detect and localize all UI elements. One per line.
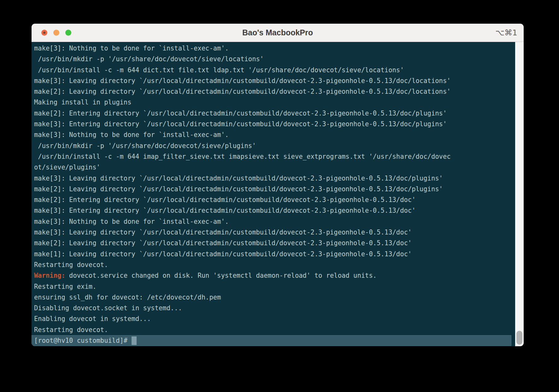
text-cursor <box>132 336 137 345</box>
terminal-line: Restarting dovecot. <box>32 324 515 335</box>
terminal-line: make[2]: Entering directory `/usr/local/… <box>32 108 515 119</box>
prompt-line[interactable]: [root@hv10 custombuild]# <box>32 335 511 346</box>
traffic-lights <box>41 24 71 42</box>
warning-label: Warning: <box>34 272 65 279</box>
terminal-line: /usr/bin/install -c -m 644 dict.txt file… <box>32 65 515 75</box>
terminal-line: make[3]: Leaving directory `/usr/local/d… <box>32 75 515 86</box>
close-button[interactable] <box>41 30 47 36</box>
terminal-line: Warning: dovecot.service changed on disk… <box>32 270 515 281</box>
terminal-line: make[3]: Entering directory `/usr/local/… <box>32 205 515 216</box>
terminal-line: make[2]: Leaving directory `/usr/local/d… <box>32 238 515 248</box>
terminal-line: Making install in plugins <box>32 97 515 108</box>
terminal-line: Restarting exim. <box>32 281 515 292</box>
terminal-line: make[3]: Leaving directory `/usr/local/d… <box>32 173 515 184</box>
scrollbar[interactable] <box>515 42 524 346</box>
terminal-line: Restarting dovecot. <box>32 259 515 270</box>
terminal-screen[interactable]: make[3]: Nothing to be done for `install… <box>32 42 515 346</box>
terminal-output: make[3]: Nothing to be done for `install… <box>32 43 515 335</box>
terminal-line: make[2]: Leaving directory `/usr/local/d… <box>32 86 515 97</box>
scrollbar-thumb[interactable] <box>516 331 522 345</box>
terminal-line: Enabling dovecot in systemd... <box>32 313 515 324</box>
terminal-line: make[3]: Leaving directory `/usr/local/d… <box>32 227 515 238</box>
terminal-line: ensuring ssl_dh for dovecot: /etc/doveco… <box>32 292 515 303</box>
terminal-line: /usr/bin/install -c -m 644 imap_filter_s… <box>32 151 515 162</box>
terminal-window: Bao's MacbookPro ⌥⌘1 make[3]: Nothing to… <box>32 24 524 346</box>
terminal-line: make[2]: Entering directory `/usr/local/… <box>32 194 515 205</box>
shell-prompt: [root@hv10 custombuild]# <box>34 337 132 344</box>
tab-shortcut-badge: ⌥⌘1 <box>495 24 517 42</box>
zoom-button[interactable] <box>65 30 71 36</box>
terminal-line: /usr/bin/mkdir -p '/usr/share/doc/doveco… <box>32 140 515 151</box>
terminal-line: make[3]: Nothing to be done for `install… <box>32 43 515 54</box>
terminal-line: make[3]: Entering directory `/usr/local/… <box>32 119 515 129</box>
terminal-line: Disabling dovecot.socket in systemd... <box>32 303 515 313</box>
terminal-line: make[3]: Nothing to be done for `install… <box>32 129 515 140</box>
terminal-line: /usr/bin/mkdir -p '/usr/share/doc/doveco… <box>32 54 515 64</box>
terminal-line: ot/sieve/plugins' <box>32 162 515 173</box>
terminal-line: make[2]: Leaving directory `/usr/local/d… <box>32 184 515 194</box>
titlebar[interactable]: Bao's MacbookPro ⌥⌘1 <box>32 24 524 42</box>
terminal-line: make[3]: Nothing to be done for `install… <box>32 216 515 227</box>
terminal-line: make[1]: Leaving directory `/usr/local/d… <box>32 249 515 259</box>
minimize-button[interactable] <box>53 30 59 36</box>
window-title: Bao's MacbookPro <box>242 28 313 37</box>
